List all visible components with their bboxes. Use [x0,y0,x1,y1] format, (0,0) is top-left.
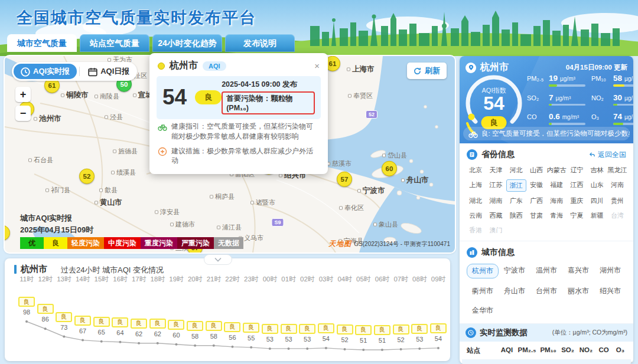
province-item[interactable]: 山西 [526,165,546,176]
aqi-map-marker[interactable]: 52 [79,169,95,184]
map-zoom-controls: + − [15,87,31,124]
map-label-dot [373,222,377,226]
legend-item: 良 [44,237,67,249]
province-item[interactable]: 天津 [486,165,506,176]
province-item[interactable]: 浙江 [506,179,526,192]
collapse-panel-button[interactable] [204,254,232,265]
city-item[interactable]: 衢州市 [467,284,499,298]
map-label-dot [28,158,32,162]
province-item[interactable]: 广东 [506,195,526,206]
city-item[interactable]: 舟山市 [499,284,530,298]
province-item[interactable]: 云南 [466,210,486,221]
city-item[interactable]: 台州市 [530,284,562,298]
column-header: 站点 [463,346,497,355]
province-item[interactable]: 海南 [546,195,567,206]
map-label: 诸暨市 [250,198,275,207]
pollutant-name: PM₂.₅ [527,74,546,87]
province-item[interactable]: 澳门 [486,225,506,236]
map-label: 舟山市 [401,175,429,185]
monitor-table-header: 站点AQIPM₂.₅PM₁₀SO₂NO₂COO₃ [462,342,631,360]
map-label: 岱山县 [382,151,407,160]
province-item[interactable]: 山东 [587,179,607,192]
aqi-daily-button[interactable]: AQI日报 [82,64,135,79]
city-item[interactable]: 杭州市 [467,264,499,278]
chart-line-layer [5,258,450,361]
city-item[interactable]: 嘉兴市 [562,264,594,278]
map-label-dot [382,153,386,157]
advice-row: 建议措施：极少数异常敏感人群应减少户外活动 [149,144,328,169]
city-item[interactable]: 湖州市 [594,264,626,278]
zoom-out-button[interactable]: − [15,106,31,121]
province-item[interactable]: 新疆 [587,210,607,221]
province-item[interactable]: 香港 [466,225,486,236]
map-label: 奉贤区 [348,91,373,100]
province-item[interactable]: 湖南 [486,195,506,206]
monitor-panel-header: 实时监测数据 (单位：µg/m³; CO为mg/m³) [460,324,633,342]
zoom-in-button[interactable]: + [15,87,31,102]
map-label: 宁波市 [357,186,385,196]
city-item[interactable]: 金华市 [467,304,499,317]
legend-item: 轻度污染 [67,237,104,249]
province-item[interactable]: 安徽 [526,179,546,192]
province-item[interactable]: 宁夏 [567,210,587,221]
refresh-label: 刷新 [425,65,440,76]
province-item[interactable]: 重庆 [567,195,587,206]
province-item[interactable]: 四川 [587,195,607,206]
province-item[interactable]: 陕西 [506,210,526,221]
province-item[interactable]: 湖北 [466,195,486,206]
map-mode-toggle: AQI实时报 AQI日报 [12,62,137,81]
unit-note: (单位：µg/m³; CO为mg/m³) [552,329,627,337]
column-header: CO [595,346,612,355]
province-item[interactable]: 甘肃 [526,210,546,221]
province-item[interactable]: 北京 [466,165,486,176]
city-item[interactable]: 温州市 [530,264,562,278]
province-item[interactable]: 吉林 [587,165,607,176]
province-item[interactable]: 江苏 [486,179,506,192]
tab-item[interactable]: 站点空气质量 [80,34,149,52]
aqi-map-marker[interactable]: 60 [382,161,397,176]
map-label: 歙县 [99,186,118,195]
province-item[interactable]: 上海 [466,179,486,192]
map-label-dot [34,117,37,120]
province-item[interactable]: 台湾 [607,210,627,221]
tab-active[interactable]: 城市空气质量 [7,34,77,52]
back-to-nation-link[interactable]: 返回全国 [589,150,626,160]
aqi-map-marker[interactable]: 57 [337,172,352,187]
location-pin-icon [466,63,476,73]
tab-item[interactable]: 发布说明 [225,34,295,52]
province-item[interactable]: 河南 [607,179,627,192]
refresh-button[interactable]: 刷新 [407,63,447,79]
sidebar-city-name: 杭州市 [480,61,509,74]
province-item[interactable]: 青海 [546,210,567,221]
clock-icon [21,67,30,77]
province-item[interactable]: 福建 [546,179,567,192]
scrollbar-thumb[interactable] [631,362,633,364]
map-label: 绩溪县 [111,168,136,177]
map-label-dot [61,93,64,97]
province-item[interactable]: 内蒙古 [546,165,567,176]
city-item[interactable]: 丽水市 [562,284,594,298]
pollutant-bar [549,123,585,125]
province-icon [467,149,477,160]
tab-item[interactable]: 24小时变化趋势 [152,34,222,52]
close-icon[interactable]: × [314,61,320,70]
province-item[interactable]: 广西 [526,195,546,206]
province-item[interactable]: 西藏 [486,210,506,221]
table-row[interactable]: 卧龙桥4215427180.581 [462,360,631,364]
city-item[interactable]: 绍兴市 [594,284,626,298]
province-item[interactable]: 贵州 [607,195,627,206]
pollutant-bar [549,104,585,106]
legend-item: 中度污染 [104,237,141,249]
aqi-realtime-button[interactable]: AQI实时报 [14,64,77,79]
pollutant-cell: PM₂.₅19µg/m³ [527,74,585,87]
province-panel-header: 省份信息 返回全国 [460,143,633,163]
province-item[interactable]: 黑龙江 [607,165,627,176]
map-legend: 城市AQI实时报 2025年04月15日09时 优良轻度污染中度污染重度污染严重… [20,212,243,249]
province-item[interactable]: 辽宁 [567,165,587,176]
province-item[interactable]: 河北 [506,165,526,176]
city-item[interactable]: 宁波市 [499,264,530,278]
pollutant-grid: PM₂.₅19µg/m³PM₁₀58µg/m³SO₂7µg/m³NO₂30µg/… [527,74,630,125]
province-item[interactable]: 江西 [567,179,587,192]
pollutant-unit: µg/m³ [624,76,633,82]
main-tab-bar: 城市空气质量站点空气质量24小时变化趋势发布说明 [7,34,295,52]
